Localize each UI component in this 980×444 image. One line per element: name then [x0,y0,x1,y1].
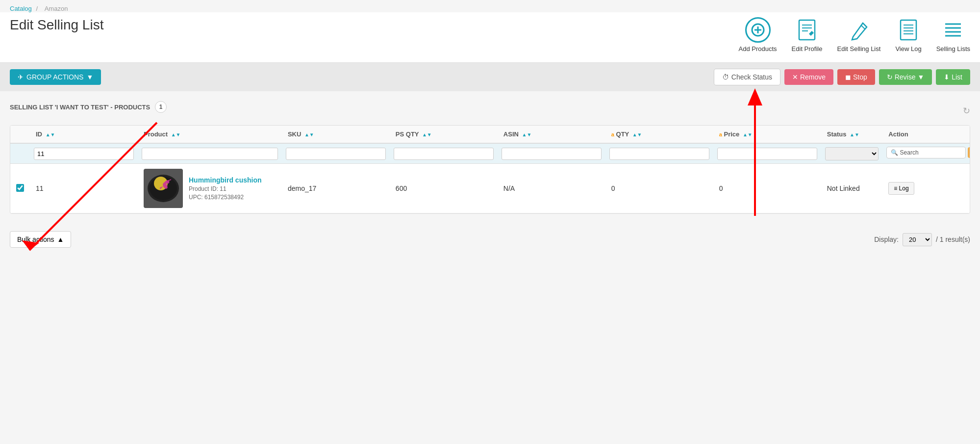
svg-rect-12 [901,20,916,40]
remove-button[interactable]: ✕ Remove [784,69,833,85]
breadcrumb-catalog[interactable]: Catalog [10,5,32,12]
row-asin: N/A [503,184,515,192]
row-amz-qty: 0 [611,184,615,192]
content: SELLING LIST 'I WANT TO TEST' - PRODUCTS… [0,91,980,224]
bulk-actions-label: Bulk actions [17,235,54,243]
selling-lists-button[interactable]: Selling Lists [936,17,970,52]
col-product-label: Product [144,131,168,138]
col-status: Status ▲▼ [821,126,883,143]
add-products-label: Add Products [739,45,777,52]
page-title: Edit Selling List [10,17,103,33]
group-actions-arrow: ▼ [86,73,93,81]
col-id-sort[interactable]: ▲▼ [46,132,55,137]
row-amz-price: 0 [719,184,723,192]
search-button[interactable]: 🔍 Search [886,147,966,158]
filter-asin-input[interactable] [502,148,602,160]
breadcrumb: Catalog / Amazon [0,0,980,12]
filter-ps-qty-cell [390,143,498,164]
col-amz-qty: a QTY ▲▼ [605,126,713,143]
view-log-button[interactable]: View Log [895,17,921,52]
edit-selling-list-button[interactable]: Edit Selling List [837,17,880,52]
row-checkbox-cell [10,164,30,213]
edit-profile-icon [794,17,820,43]
filter-status-cell: Not Linked Listed [821,143,883,164]
col-amz-price-label: Price [724,131,740,138]
edit-profile-button[interactable]: Edit Profile [792,17,823,52]
row-amz-qty-cell: 0 [605,164,713,213]
col-ps-qty-label: PS QTY [396,131,419,138]
col-sku: SKU ▲▼ [282,126,390,143]
section-header: SELLING LIST 'I WANT TO TEST' - PRODUCTS… [10,101,970,120]
filter-amz-qty-input[interactable] [609,148,709,160]
row-id: 11 [36,184,44,192]
bulk-actions-arrow: ▲ [57,235,64,243]
col-amz-qty-sort[interactable]: ▲▼ [632,132,642,137]
row-asin-cell: N/A [498,164,605,213]
breadcrumb-separator: / [36,5,38,12]
list-button[interactable]: ⬇ List [936,69,970,85]
check-status-icon: ⏱ [722,73,729,81]
revise-arrow: ▼ [917,73,924,81]
col-asin-sort[interactable]: ▲▼ [522,132,532,137]
group-actions-button[interactable]: ✈ GROUP ACTIONS ▼ [10,69,101,85]
remove-label: ✕ Remove [792,73,826,81]
row-sku: demo_17 [288,184,316,192]
selling-lists-label: Selling Lists [936,45,970,52]
row-ps-qty-cell: 600 [390,164,498,213]
row-status-cell: Not Linked [821,164,883,213]
product-upc-meta: UPC: 615872538492 [189,194,262,201]
product-name[interactable]: Hummingbird cushion [189,176,262,184]
row-ps-qty: 600 [396,184,407,192]
section-title-text: SELLING LIST 'I WANT TO TEST' - PRODUCTS [10,104,150,111]
filter-sku-input[interactable] [286,148,386,160]
col-ps-qty-sort[interactable]: ▲▼ [422,132,432,137]
display-select[interactable]: 20 50 100 [903,233,932,246]
section-badge: 1 [155,101,167,113]
col-sku-sort[interactable]: ▲▼ [304,132,314,137]
revise-label: ↻ Revise [887,73,916,81]
filter-amz-price-input[interactable] [717,148,817,160]
col-status-label: Status [827,131,847,138]
row-amz-price-cell: 0 [713,164,821,213]
view-log-label: View Log [895,45,921,52]
check-status-button[interactable]: ⏱ Check Status [714,69,780,85]
filter-product-input[interactable] [142,148,278,160]
stop-button[interactable]: ◼ Stop [837,69,875,85]
col-checkbox [10,126,30,143]
col-action-label: Action [888,131,908,138]
product-id-meta: Product ID: 11 [189,185,262,192]
col-status-sort[interactable]: ▲▼ [850,132,859,137]
row-checkbox[interactable] [16,184,24,192]
stop-label: ◼ Stop [845,73,867,81]
col-product-sort[interactable]: ▲▼ [171,132,181,137]
filter-sku-cell [282,143,390,164]
group-actions-icon: ✈ [18,73,24,81]
col-amz-price: a Price ▲▼ [713,126,821,143]
table-row: 11 [10,164,970,213]
revise-button[interactable]: ↻ Revise ▼ [879,69,932,85]
product-cell: Hummingbird cushion Product ID: 11 UPC: … [144,169,276,208]
display-info: Display: 20 50 100 / 1 result(s) [874,233,970,246]
table-header-row: ID ▲▼ Product ▲▼ SKU ▲▼ PS QTY ▲▼ [10,126,970,143]
filter-asin-cell [498,143,605,164]
amazon-price-icon: a [719,131,722,137]
view-log-icon [896,17,921,43]
breadcrumb-current: Amazon [45,5,68,12]
svg-rect-7 [799,20,815,40]
filter-ps-qty-input[interactable] [394,148,494,160]
row-action-button[interactable]: ≡ Log [888,182,914,195]
row-status: Not Linked [827,184,860,192]
filter-row: Not Linked Listed 🔍 Search ✏️ Reset [10,143,970,164]
col-amz-price-sort[interactable]: ▲▼ [743,132,753,137]
product-image [144,169,183,208]
list-label: ⬇ List [944,73,962,81]
filter-id-input[interactable] [34,148,134,160]
group-actions-label: GROUP ACTIONS [26,73,83,81]
filter-status-select[interactable]: Not Linked Listed [825,147,879,160]
refresh-icon[interactable]: ↻ [963,105,970,116]
bulk-actions-button[interactable]: Bulk actions ▲ [10,231,71,248]
reset-button[interactable]: ✏️ Reset [968,147,970,158]
add-products-button[interactable]: Add Products [739,17,777,52]
col-action: Action [882,126,970,143]
table-container: ID ▲▼ Product ▲▼ SKU ▲▼ PS QTY ▲▼ [10,125,970,214]
